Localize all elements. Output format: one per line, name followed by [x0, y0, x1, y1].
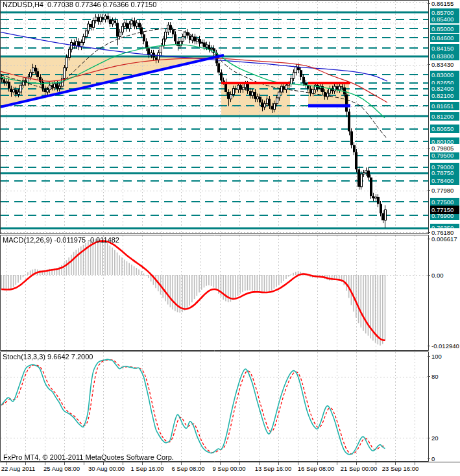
axis-tick [428, 356, 430, 357]
price-chart-canvas[interactable] [0, 0, 429, 234]
price-level-label: 0.79000 [430, 163, 459, 171]
stoch-axis-label: 80 [430, 372, 459, 381]
axis-tick [428, 376, 430, 377]
price-level-label: 0.78400 [430, 176, 459, 185]
time-axis-label: 16 Sep 08:00 [298, 465, 335, 472]
stochastic-indicator-canvas[interactable] [0, 351, 429, 462]
macd-panel-title: MACD(12,26,9) -0.011975 -0.011482 [3, 236, 119, 244]
price-level-label: 0.85400 [430, 15, 459, 23]
time-axis-label: 13 Sep 16:00 [255, 465, 292, 472]
time-axis-label: 25 Aug 08:00 [43, 465, 80, 472]
bid-price-label: 0.77150 [430, 206, 459, 214]
axis-tick [428, 148, 430, 149]
price-level-label: 0.82100 [430, 91, 459, 100]
time-axis-label: 6 Sep 08:00 [171, 465, 204, 472]
price-axis[interactable]: 0.857000.838000.812000.787500.763500.854… [429, 0, 460, 476]
time-axis-tick [84, 462, 84, 465]
time-axis-label: 30 Aug 00:00 [88, 465, 125, 472]
time-axis-label: 21 Sep 00:00 [341, 465, 378, 472]
price-level-label: 0.83800 [430, 52, 459, 60]
macd-indicator-canvas[interactable] [0, 235, 429, 351]
price-level-label: 0.80650 [430, 125, 459, 133]
axis-tick [428, 458, 430, 459]
stoch-axis-label: 20 [430, 434, 459, 442]
price-level-label: 0.84600 [430, 34, 459, 42]
time-axis-label: 23 Sep 16:00 [382, 465, 419, 472]
price-level-label: 0.83000 [430, 71, 459, 79]
axis-tick [428, 438, 430, 438]
axis-tick [428, 3, 430, 4]
axis-tick [428, 190, 430, 191]
axis-tick [428, 275, 430, 276]
axis-tick [428, 346, 430, 346]
stoch-axis-label: 100 [430, 352, 459, 361]
macd-axis-label: 0.00 [430, 271, 459, 280]
mt4-chart-window: NZDUSD,H4 0.77038 0.77346 0.76366 0.7715… [0, 0, 460, 476]
axis-tick [428, 64, 430, 65]
price-level-label: 0.85000 [430, 25, 459, 33]
price-level-label: 0.77500 [430, 198, 459, 206]
time-axis-label: 22 Aug 2011 [1, 465, 36, 472]
time-axis-label: 1 Sep 16:00 [130, 465, 163, 472]
stoch-panel-title: Stoch(13,3,3) 9.6642 7.2000 [3, 353, 93, 361]
time-axis[interactable]: 22 Aug 201125 Aug 08:0030 Aug 00:001 Sep… [0, 462, 460, 476]
price-axis-label: 0.86155 [430, 0, 459, 8]
axis-tick [428, 239, 430, 239]
price-panel-title: NZDUSD,H4 0.77038 0.77346 0.76366 0.7715… [3, 1, 156, 8]
price-level-label: 0.84150 [430, 44, 459, 53]
macd-axis-label: 0.006617 [430, 235, 459, 243]
price-level-label: 0.81200 [430, 112, 459, 121]
price-level-label: 0.81651 [430, 102, 459, 110]
price-axis-label: 0.83430 [430, 60, 459, 69]
time-axis-label: 9 Sep 00:00 [212, 465, 245, 472]
axis-tick [428, 232, 430, 233]
price-axis-label: 0.77980 [430, 186, 459, 195]
price-axis-label: 0.79805 [430, 144, 459, 152]
macd-axis-label: -0.012940 [430, 342, 459, 350]
time-axis-tick [337, 462, 337, 465]
copyright-text: FxPro MT4, © 2001-2011 MetaQuotes Softwa… [3, 453, 174, 461]
